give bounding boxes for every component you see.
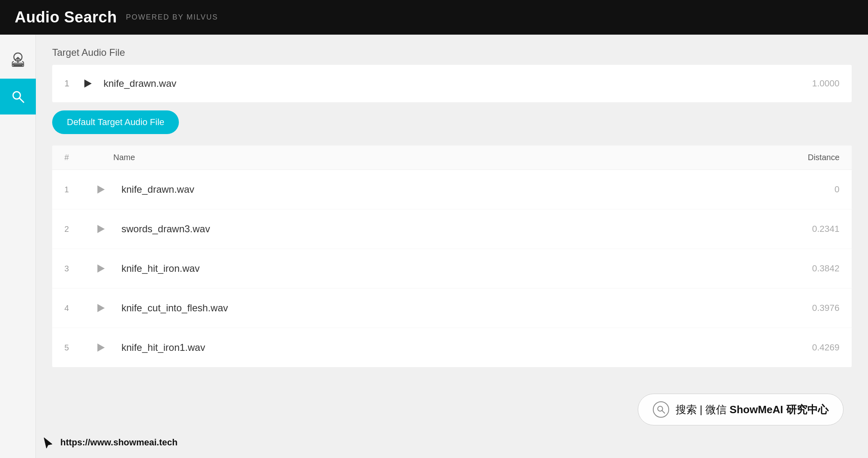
results-table: # Name Distance 1 knife_drawn.wav 0 2 sw…	[52, 145, 852, 367]
table-row: 1 knife_drawn.wav 0	[52, 170, 852, 209]
row-file-name: swords_drawn3.wav	[121, 223, 812, 235]
target-play-button[interactable]	[81, 76, 95, 91]
play-triangle-icon	[97, 264, 105, 273]
row-num: 5	[64, 343, 89, 352]
row-distance: 0.4269	[812, 342, 839, 353]
row-file-name: knife_drawn.wav	[121, 184, 835, 195]
col-name-header: Name	[89, 153, 808, 162]
play-triangle-icon	[97, 304, 105, 312]
powered-by: POWERED BY MILVUS	[126, 13, 218, 22]
play-triangle-icon	[97, 185, 105, 194]
svg-rect-0	[13, 64, 23, 66]
app-title: Audio Search	[15, 9, 117, 26]
cursor-icon	[41, 435, 55, 450]
target-row-num: 1	[64, 78, 81, 89]
play-triangle-icon	[97, 225, 105, 233]
watermark-overlay: 搜索 | 微信 ShowMeAI 研究中心	[638, 394, 844, 425]
target-file-row: 1 knife_drawn.wav 1.0000	[52, 65, 852, 102]
table-row: 2 swords_drawn3.wav 0.2341	[52, 209, 852, 249]
target-file-name: knife_drawn.wav	[104, 78, 812, 89]
col-distance-header: Distance	[808, 153, 839, 162]
row-file-name: knife_hit_iron.wav	[121, 263, 812, 274]
main-content: Target Audio File 1 knife_drawn.wav 1.00…	[36, 35, 868, 458]
row-distance: 0	[835, 184, 839, 195]
row-play-button[interactable]	[89, 340, 113, 355]
row-num: 1	[64, 185, 89, 194]
table-row: 3 knife_hit_iron.wav 0.3842	[52, 249, 852, 288]
svg-line-3	[20, 98, 24, 102]
watermark-text: 搜索 | 微信 ShowMeAI 研究中心	[676, 403, 828, 417]
play-triangle-icon	[84, 79, 92, 88]
svg-line-5	[662, 411, 665, 414]
search-icon	[9, 88, 27, 106]
row-play-button[interactable]	[89, 301, 113, 315]
target-audio-label: Target Audio File	[52, 47, 852, 58]
table-row: 4 knife_cut_into_flesh.wav 0.3976	[52, 288, 852, 328]
upload-button[interactable]	[0, 43, 36, 79]
row-file-name: knife_hit_iron1.wav	[121, 342, 812, 353]
row-num: 2	[64, 225, 89, 234]
search-button[interactable]	[0, 79, 36, 114]
col-hash-header: #	[64, 153, 89, 162]
row-play-button[interactable]	[89, 261, 113, 276]
row-distance: 0.3842	[812, 263, 839, 274]
app-header: Audio Search POWERED BY MILVUS	[0, 0, 868, 35]
row-num: 3	[64, 264, 89, 273]
table-header: # Name Distance	[52, 145, 852, 170]
play-triangle-icon	[97, 344, 105, 352]
target-distance: 1.0000	[812, 78, 839, 89]
footer-link: https://www.showmeai.tech	[41, 435, 178, 450]
target-file-box: 1 knife_drawn.wav 1.0000	[52, 65, 852, 102]
table-body: 1 knife_drawn.wav 0 2 swords_drawn3.wav …	[52, 170, 852, 367]
sidebar	[0, 35, 36, 458]
row-play-button[interactable]	[89, 182, 113, 197]
upload-icon	[9, 52, 27, 70]
table-row: 5 knife_hit_iron1.wav 0.4269	[52, 328, 852, 367]
row-file-name: knife_cut_into_flesh.wav	[121, 302, 812, 314]
footer-url: https://www.showmeai.tech	[60, 437, 178, 448]
row-play-button[interactable]	[89, 222, 113, 236]
row-distance: 0.3976	[812, 303, 839, 313]
row-distance: 0.2341	[812, 224, 839, 234]
main-layout: Target Audio File 1 knife_drawn.wav 1.00…	[0, 35, 868, 458]
row-num: 4	[64, 304, 89, 313]
default-target-button[interactable]: Default Target Audio File	[52, 110, 179, 134]
watermark-search-icon	[653, 401, 669, 418]
